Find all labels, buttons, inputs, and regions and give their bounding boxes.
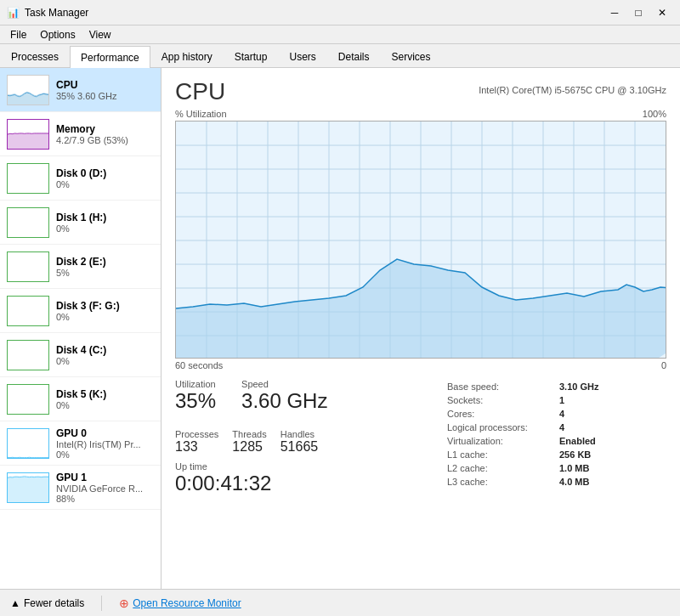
sidebar-item-disk4[interactable]: Disk 4 (C:) 0% xyxy=(0,333,161,377)
footer-divider xyxy=(101,596,102,611)
title-bar-left: 📊 Task Manager xyxy=(7,7,88,19)
sidebar-item-memory[interactable]: Memory 4.2/7.9 GB (53%) xyxy=(0,112,161,156)
tab-app-history[interactable]: App history xyxy=(150,46,224,67)
disk4-info: Disk 4 (C:) 0% xyxy=(56,344,154,366)
fewer-details-label: Fewer details xyxy=(24,597,84,609)
threads-stat: Threads 1285 xyxy=(232,429,266,455)
uptime-value: 0:00:41:32 xyxy=(175,472,445,496)
speed-stat: Speed 3.60 GHz xyxy=(241,379,327,414)
fewer-details-icon: ▲ xyxy=(10,597,20,609)
threads-value: 1285 xyxy=(232,439,266,455)
disk1-title: Disk 1 (H:) xyxy=(56,212,154,223)
cpu-title: CPU xyxy=(56,79,154,91)
processes-stat: Processes 133 xyxy=(175,429,218,455)
cpu-info: CPU 35% 3.60 GHz xyxy=(56,79,154,101)
memory-thumbnail xyxy=(7,119,49,150)
disk4-title: Disk 4 (C:) xyxy=(56,344,154,356)
sidebar-item-disk1[interactable]: Disk 1 (H:) 0% xyxy=(0,201,161,245)
sidebar-item-cpu[interactable]: CPU 35% 3.60 GHz xyxy=(0,68,161,112)
disk5-subtitle: 0% xyxy=(56,400,154,410)
cores-value: 4 xyxy=(559,408,665,420)
disk2-subtitle: 5% xyxy=(56,268,154,278)
sidebar-item-gpu1[interactable]: GPU 1 NVIDIA GeForce R...88% xyxy=(0,466,161,510)
tab-services[interactable]: Services xyxy=(381,46,442,67)
cpu-thumbnail xyxy=(7,75,49,105)
disk4-subtitle: 0% xyxy=(56,356,154,366)
sockets-label: Sockets: xyxy=(447,394,558,406)
logical-label: Logical processors: xyxy=(447,421,558,433)
disk1-thumbnail xyxy=(7,207,49,238)
open-monitor-label: Open Resource Monitor xyxy=(133,597,241,609)
cores-label: Cores: xyxy=(447,408,558,420)
stats-right: Base speed: 3.10 GHz Sockets: 1 Cores: 4… xyxy=(445,379,666,505)
detail-panel: CPU Intel(R) Core(TM) i5-5675C CPU @ 3.1… xyxy=(162,68,680,589)
fewer-details-button[interactable]: ▲ Fewer details xyxy=(7,596,88,611)
sidebar-item-disk2[interactable]: Disk 2 (E:) 5% xyxy=(0,245,161,289)
tab-bar: Processes Performance App history Startu… xyxy=(0,44,680,68)
maximize-button[interactable]: □ xyxy=(627,4,649,21)
gpu1-thumbnail xyxy=(7,472,49,503)
threads-label: Threads xyxy=(232,429,266,439)
menu-file[interactable]: File xyxy=(3,27,33,42)
sidebar-item-disk5[interactable]: Disk 5 (K:) 0% xyxy=(0,377,161,421)
gpu0-title: GPU 0 xyxy=(56,427,154,439)
disk0-info: Disk 0 (D:) 0% xyxy=(56,167,154,189)
spec-row-sockets: Sockets: 1 xyxy=(447,394,665,406)
sidebar: CPU 35% 3.60 GHz Memory 4.2/7.9 GB (53%)… xyxy=(0,68,162,589)
memory-subtitle: 4.2/7.9 GB (53%) xyxy=(56,135,154,145)
uptime-label: Up time xyxy=(175,461,445,472)
title-bar-controls: ─ □ ✕ xyxy=(604,4,673,21)
chart-time-label: 60 seconds 0 xyxy=(175,360,666,370)
sidebar-item-disk3[interactable]: Disk 3 (F: G:) 0% xyxy=(0,289,161,333)
l2-label: L2 cache: xyxy=(447,462,558,474)
window-title: Task Manager xyxy=(25,7,88,19)
tab-users[interactable]: Users xyxy=(278,46,326,67)
uptime-stat: Up time 0:00:41:32 xyxy=(175,461,445,496)
disk5-info: Disk 5 (K:) 0% xyxy=(56,388,154,410)
spec-row-base-speed: Base speed: 3.10 GHz xyxy=(447,381,665,393)
tab-processes[interactable]: Processes xyxy=(0,46,70,67)
utilization-label: Utilization xyxy=(175,379,216,389)
stats-section: Utilization 35% Speed 3.60 GHz Processes… xyxy=(175,379,666,505)
logical-value: 4 xyxy=(559,421,665,433)
disk3-title: Disk 3 (F: G:) xyxy=(56,300,154,312)
menu-options[interactable]: Options xyxy=(33,27,82,42)
sidebar-item-disk0[interactable]: Disk 0 (D:) 0% xyxy=(0,156,161,201)
l2-value: 1.0 MB xyxy=(559,462,665,474)
disk5-title: Disk 5 (K:) xyxy=(56,388,154,400)
cpu-subtitle: 35% 3.60 GHz xyxy=(56,91,154,101)
open-monitor-button[interactable]: ⊕ Open Resource Monitor xyxy=(116,595,244,612)
cpu-chart xyxy=(175,121,666,359)
gpu0-subtitle: Intel(R) Iris(TM) Pr...0% xyxy=(56,439,154,460)
time-left: 60 seconds xyxy=(175,360,223,370)
time-right: 0 xyxy=(661,360,666,370)
base-speed-value: 3.10 GHz xyxy=(559,381,665,393)
disk2-title: Disk 2 (E:) xyxy=(56,256,154,268)
sidebar-item-gpu0[interactable]: GPU 0 Intel(R) Iris(TM) Pr...0% xyxy=(0,421,161,466)
spec-row-l2: L2 cache: 1.0 MB xyxy=(447,462,665,474)
handles-label: Handles xyxy=(280,429,319,439)
disk1-subtitle: 0% xyxy=(56,223,154,234)
sockets-value: 1 xyxy=(559,394,665,406)
tab-startup[interactable]: Startup xyxy=(224,46,279,67)
tab-performance[interactable]: Performance xyxy=(70,46,150,68)
menu-view[interactable]: View xyxy=(82,27,118,42)
chart-label-top: % Utilization 100% xyxy=(175,109,666,119)
utilization-value: 35% xyxy=(175,389,216,414)
app-icon: 📊 xyxy=(7,7,20,19)
specs-table: Base speed: 3.10 GHz Sockets: 1 Cores: 4… xyxy=(445,379,666,489)
minimize-button[interactable]: ─ xyxy=(604,4,626,21)
virt-value: Enabled xyxy=(559,435,665,447)
gpu1-info: GPU 1 NVIDIA GeForce R...88% xyxy=(56,472,154,504)
virt-label: Virtualization: xyxy=(447,435,558,447)
processes-value: 133 xyxy=(175,439,218,455)
monitor-icon: ⊕ xyxy=(119,596,129,610)
close-button[interactable]: ✕ xyxy=(651,4,673,21)
chart-area: % Utilization 100% xyxy=(175,109,666,370)
l3-value: 4.0 MB xyxy=(559,476,665,488)
l3-label: L3 cache: xyxy=(447,476,558,488)
tab-details[interactable]: Details xyxy=(327,46,381,67)
disk2-info: Disk 2 (E:) 5% xyxy=(56,256,154,278)
memory-info: Memory 4.2/7.9 GB (53%) xyxy=(56,123,154,145)
spec-row-virt: Virtualization: Enabled xyxy=(447,435,665,447)
